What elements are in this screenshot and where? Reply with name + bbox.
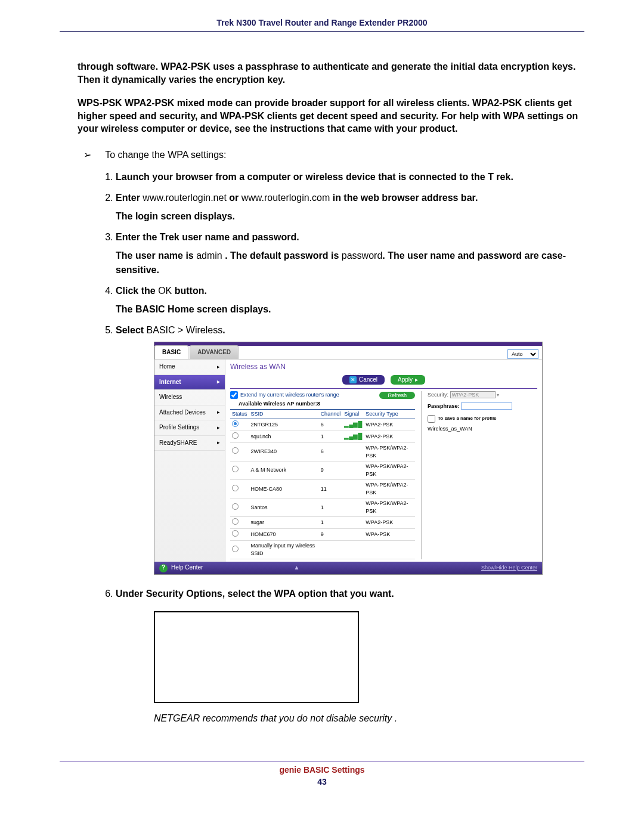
tab-advanced[interactable]: ADVANCED [190, 345, 239, 360]
cell-signal [342, 529, 364, 541]
sidebar-item-label: ReadySHARE [159, 439, 197, 448]
step-6: Under Security Options, select the WPA o… [116, 587, 584, 725]
cell-channel: 1 [319, 517, 343, 529]
radio-icon[interactable] [232, 530, 239, 537]
table-row[interactable]: 2NTGR1256▂▄▆█WPA2-PSK [230, 419, 415, 431]
cell-signal [342, 541, 364, 559]
save-profile-label: To save a name for profile [438, 415, 497, 422]
cell-ssid: Santos [249, 498, 319, 517]
cell-security: WPA-PSK/WPA2-PSK [364, 480, 415, 498]
sidebar-item[interactable]: Attached Devices▸ [154, 405, 225, 421]
triangle-bullet-icon: ➢ [83, 148, 92, 162]
cell-signal [342, 442, 364, 461]
chevron-down-icon: ▾ [497, 392, 499, 398]
save-profile-checkbox[interactable] [428, 415, 435, 423]
router-ui-screenshot: BASIC ADVANCED Auto Home▸Internet▸Wirele… [154, 342, 543, 575]
table-row[interactable]: HOME-CA8011WPA-PSK/WPA2-PSK [230, 480, 415, 498]
apply-button[interactable]: Apply▸ [391, 375, 425, 385]
cell-security: WPA-PSK/WPA2-PSK [364, 442, 415, 461]
security-note: NETGEAR recommends that you do not disab… [154, 711, 584, 725]
cell-security: WPA2-PSK [364, 431, 415, 442]
passphrase-input[interactable] [461, 402, 512, 410]
table-row[interactable]: 2WIRE3406WPA-PSK/WPA2-PSK [230, 442, 415, 461]
cell-signal: ▂▄▆█ [342, 419, 364, 431]
sidebar-item-label: Internet [159, 378, 181, 387]
step-3: Enter the Trek user name and password. T… [116, 230, 584, 277]
radio-icon[interactable] [232, 503, 239, 510]
mode-select[interactable]: Auto [507, 349, 538, 359]
cell-channel [319, 541, 343, 559]
radio-icon[interactable] [232, 546, 239, 552]
step-2: Enter www.routerlogin.net or www.routerl… [116, 191, 584, 223]
cell-channel: 6 [319, 419, 343, 431]
extend-label: Extend my current wireless router's rang… [240, 391, 339, 399]
cell-ssid: squ1nch [249, 431, 319, 442]
radio-icon[interactable] [232, 466, 239, 472]
security-label: Security: [428, 392, 448, 398]
cell-signal [342, 517, 364, 529]
sidebar-item-label: Attached Devices [159, 408, 206, 417]
extend-checkbox[interactable] [230, 391, 238, 399]
col-status: Status [230, 409, 249, 419]
passphrase-label: Passphrase: [428, 403, 460, 409]
paragraph-2: WPS-PSK WPA2-PSK mixed mode can provide … [78, 97, 584, 135]
sidebar-item-label: Profile Settings [159, 423, 199, 432]
chevron-right-icon: ▸ [217, 408, 220, 416]
chevron-right-icon: ▸ [217, 439, 220, 447]
lead-text: To change the WPA settings: [105, 150, 226, 160]
refresh-button[interactable]: Refresh [379, 392, 415, 399]
table-row[interactable]: HOME6709WPA-PSK [230, 529, 415, 541]
chevron-right-icon: ▸ [415, 376, 418, 383]
cell-security: WPA2-PSK [364, 419, 415, 431]
cell-security: WPA-PSK/WPA2-PSK [364, 498, 415, 517]
radio-icon[interactable] [232, 432, 239, 439]
cell-ssid: A & M Network [249, 461, 319, 479]
pane-title: Wireless as WAN [225, 360, 542, 373]
placeholder-box [154, 611, 359, 703]
radio-icon[interactable] [232, 518, 239, 525]
cell-channel: 6 [319, 442, 343, 461]
cell-ssid: HOME-CA80 [249, 480, 319, 498]
signal-icon: ▂▄▆█ [344, 433, 362, 439]
step-1: Launch your browser from a computer or w… [116, 170, 584, 184]
sidebar-item[interactable]: Internet▸ [154, 375, 225, 391]
sidebar-item[interactable]: Wireless [154, 390, 225, 405]
tab-basic[interactable]: BASIC [154, 345, 188, 360]
radio-icon[interactable] [232, 485, 239, 491]
table-row[interactable]: squ1nch1▂▄▆█WPA2-PSK [230, 431, 415, 442]
cancel-button[interactable]: ✕Cancel [342, 375, 385, 385]
x-icon: ✕ [349, 376, 357, 383]
sidebar-item[interactable]: Home▸ [154, 360, 225, 375]
radio-icon[interactable] [232, 420, 239, 427]
step-4: Click the OK button. The BASIC Home scre… [116, 284, 584, 316]
cell-signal [342, 498, 364, 517]
chevron-right-icon: ▸ [217, 378, 220, 386]
cell-channel: 9 [319, 529, 343, 541]
cell-ssid: Manually input my wireless SSID [249, 541, 319, 559]
sidebar-item[interactable]: ReadySHARE▸ [154, 436, 225, 451]
cell-security [364, 541, 415, 559]
paragraph-1: through software. WPA2-PSK uses a passph… [78, 60, 584, 86]
cell-ssid: 2NTGR125 [249, 419, 319, 431]
cell-ssid: HOME670 [249, 529, 319, 541]
table-row[interactable]: A & M Network9WPA-PSK/WPA2-PSK [230, 461, 415, 479]
security-select[interactable] [450, 391, 496, 398]
cell-signal: ▂▄▆█ [342, 431, 364, 442]
wifi-table: Status SSID Channel Signal Security Type [230, 409, 415, 560]
help-icon[interactable]: ? [159, 564, 168, 572]
radio-icon[interactable] [232, 447, 239, 454]
chevron-right-icon: ▸ [217, 363, 220, 371]
sidebar-item[interactable]: Profile Settings▸ [154, 420, 225, 436]
table-row[interactable]: Manually input my wireless SSID [230, 541, 415, 559]
table-row[interactable]: Santos1WPA-PSK/WPA2-PSK [230, 498, 415, 517]
chevron-up-icon[interactable]: ▲ [294, 563, 300, 572]
cell-channel: 9 [319, 461, 343, 479]
sidebar: Home▸Internet▸WirelessAttached Devices▸P… [154, 360, 225, 562]
signal-icon: ▂▄▆█ [344, 421, 362, 428]
help-center-link[interactable]: Help Center [171, 563, 203, 572]
footer-page-number: 43 [60, 777, 584, 786]
show-hide-help-link[interactable]: Show/Hide Help Center [481, 564, 537, 572]
table-row[interactable]: sugar1WPA2-PSK [230, 517, 415, 529]
profile-name: Wireless_as_WAN [428, 425, 537, 433]
cell-security: WPA2-PSK [364, 517, 415, 529]
